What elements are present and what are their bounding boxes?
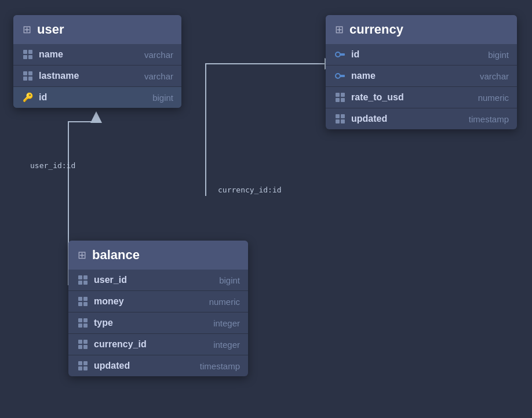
field-name: updated: [351, 114, 464, 124]
field-type: integer: [213, 340, 240, 350]
field-name: money: [94, 296, 205, 307]
svg-rect-19: [341, 114, 345, 118]
field-type: varchar: [144, 71, 173, 81]
svg-rect-11: [340, 53, 345, 56]
field-type: timestamp: [200, 361, 240, 371]
svg-rect-13: [340, 75, 345, 77]
column-icon: [76, 339, 89, 350]
field-name: lastname: [39, 71, 140, 81]
field-name: id: [351, 49, 483, 60]
svg-rect-28: [78, 302, 82, 306]
column-icon: [76, 361, 89, 371]
field-name: user_id: [94, 275, 214, 285]
table-row: id bigint: [326, 44, 517, 65]
field-type: numeric: [478, 93, 509, 103]
svg-rect-26: [78, 297, 82, 301]
pk-icon: 🔑: [21, 92, 34, 103]
field-type: bigint: [219, 275, 240, 285]
table-row: money numeric: [68, 290, 248, 312]
fk-icon: [334, 71, 347, 81]
svg-rect-40: [78, 366, 82, 370]
table-row: user_id bigint: [68, 270, 248, 290]
svg-rect-29: [83, 302, 88, 306]
table-user-name: user: [37, 22, 64, 37]
field-type: timestamp: [469, 114, 509, 124]
field-name: name: [39, 49, 140, 60]
svg-rect-32: [78, 324, 82, 328]
svg-rect-3: [28, 50, 32, 54]
table-user-icon: ⊞: [23, 23, 31, 36]
table-row: currency_id integer: [68, 333, 248, 355]
table-row: updated timestamp: [326, 108, 517, 129]
relation-label-currency: currency_id:id: [218, 186, 282, 194]
svg-rect-39: [83, 361, 88, 365]
field-name: name: [351, 71, 475, 81]
table-row: rate_to_usd numeric: [326, 86, 517, 108]
field-type: bigint: [152, 93, 173, 103]
table-balance-body: user_id bigint money numeric: [68, 270, 248, 376]
table-user-header: ⊞ user: [13, 15, 181, 44]
svg-rect-16: [336, 98, 340, 102]
table-row: lastname varchar: [13, 65, 181, 86]
column-icon: [21, 71, 34, 81]
svg-rect-24: [78, 281, 82, 285]
svg-rect-31: [83, 318, 88, 322]
field-type: varchar: [144, 50, 173, 60]
table-balance-header: ⊞ balance: [68, 241, 248, 270]
table-row: type integer: [68, 312, 248, 333]
svg-rect-14: [336, 93, 340, 97]
table-user: ⊞ user name varchar: [13, 15, 181, 108]
field-type: numeric: [209, 297, 240, 307]
field-type: bigint: [488, 50, 509, 60]
table-balance-icon: ⊞: [78, 249, 86, 261]
table-balance: ⊞ balance user_id bigint: [68, 241, 248, 376]
svg-rect-41: [83, 366, 88, 370]
field-type: integer: [213, 318, 240, 328]
svg-rect-25: [83, 281, 88, 285]
table-currency-body: id bigint name varchar: [326, 44, 517, 129]
field-name: currency_id: [94, 339, 209, 350]
relation-label-user: user_id:id: [30, 161, 75, 170]
column-icon: [76, 318, 89, 328]
svg-rect-15: [341, 93, 345, 97]
field-name: type: [94, 318, 209, 328]
svg-rect-27: [83, 297, 88, 301]
svg-rect-37: [83, 345, 88, 349]
fk-icon: [334, 49, 347, 60]
svg-rect-9: [28, 77, 32, 81]
connector-currency-id: [206, 64, 326, 196]
db-diagram: user_id:id currency_id:id ⊞ user name va…: [0, 0, 532, 418]
svg-rect-36: [78, 345, 82, 349]
svg-rect-22: [78, 275, 82, 279]
svg-rect-23: [83, 275, 88, 279]
table-user-body: name varchar lastname varchar 🔑 id: [13, 44, 181, 108]
svg-rect-21: [341, 119, 345, 123]
column-icon: [21, 49, 34, 60]
table-currency-header: ⊞ currency: [326, 15, 517, 44]
field-type: varchar: [480, 71, 509, 81]
field-name: rate_to_usd: [351, 92, 473, 103]
column-icon: [334, 92, 347, 103]
table-row: 🔑 id bigint: [13, 86, 181, 108]
svg-rect-30: [78, 318, 82, 322]
table-row: updated timestamp: [68, 355, 248, 376]
svg-rect-35: [83, 340, 88, 344]
svg-rect-5: [28, 55, 32, 59]
table-currency: ⊞ currency id bigint: [326, 15, 517, 129]
table-currency-icon: ⊞: [335, 23, 344, 36]
svg-rect-20: [336, 119, 340, 123]
column-icon: [76, 296, 89, 307]
column-icon: [334, 114, 347, 124]
field-name: updated: [94, 361, 195, 371]
svg-rect-6: [23, 71, 27, 75]
field-name: id: [39, 92, 148, 103]
table-balance-name: balance: [92, 248, 140, 263]
svg-rect-18: [336, 114, 340, 118]
table-row: name varchar: [13, 44, 181, 65]
svg-rect-4: [23, 55, 27, 59]
svg-rect-38: [78, 361, 82, 365]
svg-rect-17: [341, 98, 345, 102]
svg-rect-2: [23, 50, 27, 54]
column-icon: [76, 275, 89, 285]
svg-point-10: [336, 52, 340, 57]
